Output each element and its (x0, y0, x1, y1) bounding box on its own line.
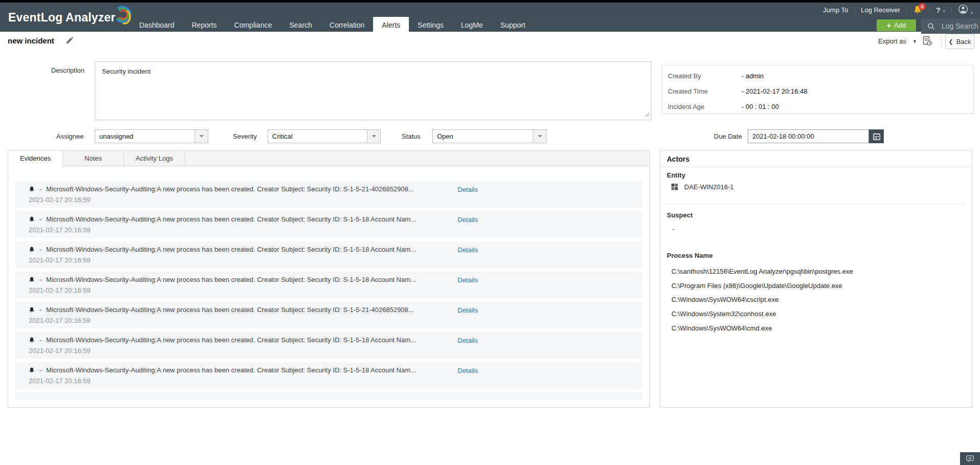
assignee-label: Assignee (56, 132, 83, 140)
process-item: C:\Windows\SysWOW64\cmd.exe (671, 324, 772, 332)
notifications-button[interactable]: 3 (913, 5, 923, 15)
back-button[interactable]: ❮ Back (945, 34, 974, 49)
evidence-row: - Microsoft-Windows-Security-Auditing:A … (15, 362, 642, 389)
evidence-timestamp: 2021-02-17 20:16:59 (29, 317, 642, 324)
nav-alerts[interactable]: Alerts (373, 17, 409, 34)
details-link[interactable]: Details (458, 306, 478, 314)
description-label: Description (43, 67, 84, 74)
edit-title-icon[interactable] (66, 37, 73, 47)
evidence-message: Microsoft-Windows-Security-Auditing:A ne… (46, 336, 416, 344)
details-link[interactable]: Details (458, 337, 478, 344)
evidence-dash: - (39, 276, 41, 283)
process-item: C:\santhosh\12156\EventLog Analyzer\pgsq… (671, 268, 853, 275)
details-link[interactable]: Details (458, 216, 478, 224)
details-link[interactable]: Details (458, 246, 478, 254)
details-link[interactable]: Details (458, 276, 478, 284)
evidence-message: Microsoft-Windows-Security-Auditing:A ne… (46, 366, 416, 374)
evidence-dash: - (29, 397, 31, 400)
actors-panel: Actors Entity DAE-WIN2016-1 Suspect - Pr… (660, 150, 972, 408)
resize-handle[interactable] (644, 111, 650, 119)
export-as-dropdown[interactable]: Export as (878, 37, 906, 45)
evidence-tabbar: Evidences Notes Activity Logs (8, 151, 649, 166)
created-time-label: Created Time (668, 87, 742, 95)
tab-evidences[interactable]: Evidences (8, 151, 63, 167)
created-by-value: - admin (742, 72, 764, 80)
nav-settings[interactable]: Settings (409, 17, 452, 34)
details-link[interactable]: Details (458, 367, 478, 374)
nav-dashboard[interactable]: Dashboard (130, 17, 183, 34)
created-time-row: Created Time - 2021-02-17 20:16:48 (662, 83, 973, 99)
app-header: EventLog Analyzer Jump To Log Receiver 3… (0, 3, 980, 32)
severity-value: Critical (272, 132, 293, 140)
evidence-timestamp: 2021-02-17 20:16:59 (29, 286, 642, 294)
status-select[interactable]: Open (432, 129, 547, 143)
chevron-left-icon: ❮ (948, 38, 953, 45)
nav-support[interactable]: Support (492, 17, 534, 34)
tab-activity-logs[interactable]: Activity Logs (124, 151, 185, 166)
evidence-panel: Evidences Notes Activity Logs - Microsof… (8, 150, 650, 408)
evidence-dash: - (39, 366, 41, 374)
chevron-down-icon (194, 130, 208, 143)
nav-correlation[interactable]: Correlation (321, 17, 373, 34)
help-icon: ? (936, 6, 941, 14)
app-logo: EventLog Analyzer (8, 11, 116, 25)
evidence-timestamp: 2021-02-17 20:16:59 (29, 377, 642, 385)
nav-reports[interactable]: Reports (183, 17, 226, 34)
bell-icon (29, 246, 35, 253)
nav-logme[interactable]: LogMe (452, 17, 492, 34)
evidence-row: - Microsoft-Windows-Security-Auditing:A … (15, 211, 642, 238)
calendar-button[interactable] (869, 129, 884, 143)
actors-title: Actors (667, 155, 689, 163)
evidence-row: - Microsoft-Windows-Security-Auditing:A … (15, 181, 642, 208)
evidence-message: Microsoft-Windows-Security-Auditing:A ne… (46, 246, 416, 253)
calendar-icon (873, 132, 881, 141)
evidence-dash: - (39, 185, 41, 193)
log-receiver-link[interactable]: Log Receiver (861, 6, 900, 14)
entity-item[interactable]: DAE-WIN2016-1 (671, 183, 734, 191)
schedule-export-icon[interactable] (922, 36, 932, 48)
bell-icon (29, 306, 35, 313)
divider (951, 7, 952, 14)
process-item: C:\Windows\System32\conhost.exe (671, 310, 776, 318)
severity-label: Severity (233, 132, 257, 140)
add-button-label: Add (894, 21, 906, 29)
log-search-placeholder: Log Search (942, 22, 978, 30)
entity-label: Entity (667, 171, 685, 179)
help-menu[interactable]: ? ▾ (936, 6, 945, 15)
evidence-timestamp: 2021-02-17 20:16:59 (29, 226, 642, 234)
divider (667, 204, 965, 205)
user-menu[interactable]: ▾ (958, 4, 973, 16)
process-name-label: Process Name (667, 252, 713, 259)
description-textarea[interactable]: Security incident (95, 61, 651, 120)
log-search-input[interactable]: Log Search (921, 18, 980, 34)
evidence-row-partial: - (15, 392, 642, 400)
severity-select[interactable]: Critical (268, 129, 381, 143)
evidence-row: - Microsoft-Windows-Security-Auditing:A … (15, 332, 642, 359)
nav-compliance[interactable]: Compliance (226, 17, 281, 34)
tab-notes[interactable]: Notes (63, 151, 124, 166)
evidence-dash: - (39, 336, 41, 344)
divider (660, 167, 972, 167)
incident-age-value: - 00 : 01 : 00 (742, 103, 779, 110)
search-icon (927, 23, 935, 30)
entity-value: DAE-WIN2016-1 (684, 183, 734, 191)
nav-search[interactable]: Search (280, 17, 320, 34)
due-date-input[interactable] (748, 129, 869, 143)
created-by-label: Created By (668, 72, 742, 80)
evidence-timestamp: 2021-02-17 20:16:59 (29, 256, 642, 264)
add-button[interactable]: + Add (877, 19, 916, 31)
divider (906, 7, 907, 14)
process-item: C:\Program Files (x86)\Google\Update\Goo… (671, 282, 842, 290)
bell-icon (29, 216, 35, 223)
evidence-message: Microsoft-Windows-Security-Auditing:A ne… (46, 185, 413, 193)
suspect-label: Suspect (667, 211, 693, 219)
assignee-value: unassigned (99, 132, 134, 140)
incident-info-panel: Created By - admin Created Time - 2021-0… (662, 65, 974, 114)
feedback-button[interactable] (960, 452, 980, 465)
assignee-select[interactable]: unassigned (95, 129, 208, 143)
details-link[interactable]: Details (458, 186, 478, 193)
main-navigation: Dashboard Reports Compliance Search Corr… (130, 17, 534, 34)
created-by-row: Created By - admin (662, 68, 973, 83)
jump-to-link[interactable]: Jump To (823, 6, 848, 14)
evidence-row: - Microsoft-Windows-Security-Auditing:A … (15, 241, 642, 268)
